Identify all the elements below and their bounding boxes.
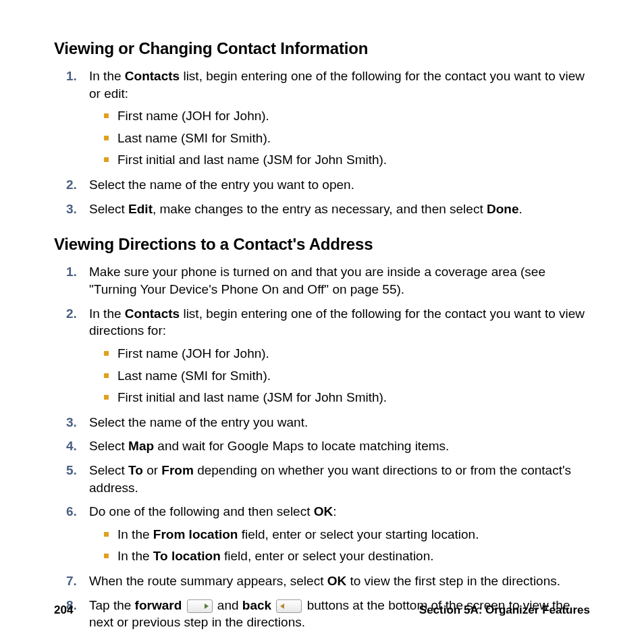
section2-steps: 1. Make sure your phone is turned on and…	[66, 263, 590, 631]
step-number: 4.	[66, 437, 77, 455]
step-text: In the Contacts list, begin entering one…	[89, 69, 585, 101]
list-item: 1. In the Contacts list, begin entering …	[66, 68, 590, 169]
list-item: 4. Select Map and wait for Google Maps t…	[66, 437, 590, 455]
step-number: 1.	[66, 263, 77, 281]
bullet-icon	[104, 395, 109, 400]
bullet-icon	[104, 136, 109, 140]
bullet-item: Last name (SMI for Smith).	[104, 130, 590, 148]
step-text: Make sure your phone is turned on and th…	[89, 265, 545, 296]
list-item: 3. Select Edit, make changes to the entr…	[66, 200, 590, 218]
step-text: When the route summary appears, select O…	[89, 574, 560, 588]
step-number: 1.	[66, 68, 77, 85]
bullet-item: First initial and last name (JSM for Joh…	[104, 151, 590, 169]
step-number: 6.	[66, 503, 77, 520]
section-label: Section 5A: Organizer Features	[419, 603, 590, 617]
bullet-item: In the From location field, enter or sel…	[104, 526, 590, 544]
step-text: Select the name of the entry you want.	[89, 415, 308, 429]
bullet-item: Last name (SMI for Smith).	[104, 367, 590, 385]
bullet-icon	[104, 351, 109, 356]
list-item: 2. In the Contacts list, begin entering …	[66, 305, 590, 407]
bullet-item: First name (JOH for John).	[104, 345, 590, 363]
bullet-icon	[104, 113, 109, 118]
bullet-item: In the To location field, enter or selec…	[104, 547, 590, 566]
step-number: 2.	[66, 176, 77, 194]
step-text: Do one of the following and then select …	[89, 504, 337, 518]
bullet-item: First initial and last name (JSM for Joh…	[104, 389, 590, 407]
step-number: 7.	[66, 572, 77, 590]
list-item: 2. Select the name of the entry you want…	[66, 176, 590, 194]
sub-bullets: First name (JOH for John). Last name (SM…	[104, 107, 590, 169]
list-item: 7. When the route summary appears, selec…	[66, 572, 590, 590]
manual-page: Viewing or Changing Contact Information …	[0, 0, 644, 644]
step-text: In the Contacts list, begin entering one…	[89, 306, 585, 338]
heading-viewing-directions: Viewing Directions to a Contact's Addres…	[54, 235, 590, 254]
step-text: Select To or From depending on whether y…	[89, 463, 571, 495]
list-item: 5. Select To or From depending on whethe…	[66, 462, 590, 496]
step-number: 3.	[66, 414, 77, 431]
step-text: Select Edit, make changes to the entry a…	[89, 202, 522, 216]
page-number: 204	[54, 603, 73, 617]
bullet-icon	[104, 373, 109, 378]
step-text: Select the name of the entry you want to…	[89, 178, 354, 192]
list-item: 6. Do one of the following and then sele…	[66, 503, 590, 566]
bullet-icon	[104, 532, 109, 537]
section1-steps: 1. In the Contacts list, begin entering …	[66, 68, 590, 217]
list-item: 1. Make sure your phone is turned on and…	[66, 263, 590, 298]
step-number: 3.	[66, 200, 77, 218]
sub-bullets: In the From location field, enter or sel…	[104, 526, 590, 566]
step-number: 2.	[66, 305, 77, 323]
page-footer: 204 Section 5A: Organizer Features	[54, 603, 590, 617]
list-item: 3. Select the name of the entry you want…	[66, 414, 590, 431]
step-text: Select Map and wait for Google Maps to l…	[89, 439, 449, 453]
bullet-icon	[104, 157, 109, 162]
step-number: 5.	[66, 462, 77, 479]
bullet-item: First name (JOH for John).	[104, 107, 590, 126]
bullet-icon	[104, 554, 109, 558]
sub-bullets: First name (JOH for John). Last name (SM…	[104, 345, 590, 407]
heading-viewing-changing-contact-info: Viewing or Changing Contact Information	[54, 39, 590, 58]
